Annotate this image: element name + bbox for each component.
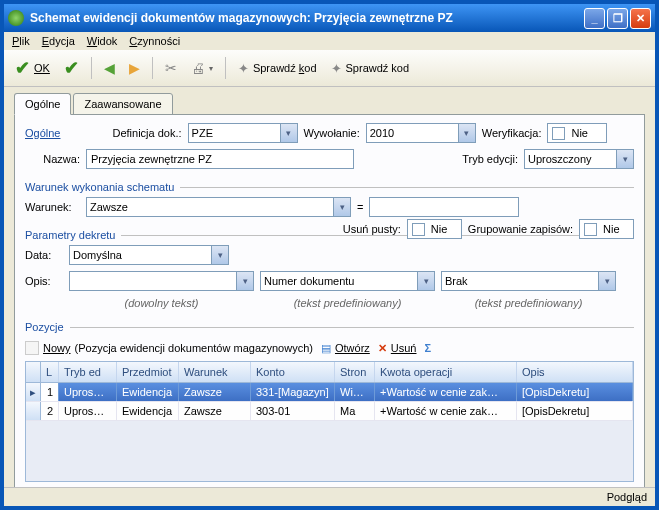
checkbox-icon xyxy=(552,127,565,140)
grid-empty-area xyxy=(26,421,633,481)
chevron-down-icon: ▾ xyxy=(333,198,350,216)
definicja-combo[interactable]: PZE▾ xyxy=(188,123,298,143)
ogolne-link[interactable]: Ogólne xyxy=(25,127,60,139)
maximize-button[interactable]: ❐ xyxy=(607,8,628,29)
opis-predef-combo[interactable]: Numer dokumentu▾ xyxy=(260,271,435,291)
eq-label: = xyxy=(357,201,363,213)
tab-ogolne[interactable]: Ogólne xyxy=(14,93,71,115)
row-marker-icon xyxy=(26,402,41,420)
chevron-down-icon: ▾ xyxy=(280,124,297,142)
chevron-down-icon: ▾ xyxy=(616,150,633,168)
sprawdz-kod-button-1[interactable]: ✦Sprawdź kod xyxy=(233,58,322,79)
arrow-right-icon: ▶ xyxy=(129,60,140,76)
warunek-rhs-input[interactable] xyxy=(369,197,519,217)
trybed-label: Tryb edycji: xyxy=(462,153,518,165)
col-konto[interactable]: Konto xyxy=(251,362,335,382)
toolbar: ✔OK ✔ ◀ ▶ ✂ 🖨▾ ✦Sprawdź kod ✦Sprawdź kod xyxy=(4,50,655,87)
col-stron[interactable]: Stron xyxy=(335,362,375,382)
nazwa-label: Nazwa: xyxy=(25,153,80,165)
otworz-button[interactable]: ▤Otwórz xyxy=(321,342,370,355)
col-war[interactable]: Warunek xyxy=(179,362,251,382)
menubar: Plik Edycja Widok Czynności xyxy=(4,32,655,50)
wywolanie-combo[interactable]: 2010▾ xyxy=(366,123,476,143)
menu-widok[interactable]: Widok xyxy=(87,35,118,47)
open-icon: ▤ xyxy=(321,342,331,355)
chevron-down-icon: ▾ xyxy=(458,124,475,142)
chevron-down-icon: ▾ xyxy=(209,64,213,73)
wand-icon: ✦ xyxy=(331,61,342,76)
usun-button[interactable]: ✕Usuń xyxy=(378,342,417,355)
status-podglad[interactable]: Podgląd xyxy=(607,491,647,503)
usun-check[interactable]: Nie xyxy=(407,219,462,239)
menu-czynnosci[interactable]: Czynności xyxy=(129,35,180,47)
wywolanie-label: Wywołanie: xyxy=(304,127,360,139)
wand-icon: ✦ xyxy=(238,61,249,76)
grup-label: Grupowanie zapisów: xyxy=(468,223,573,235)
chevron-down-icon: ▾ xyxy=(598,272,615,290)
check-icon: ✔ xyxy=(64,57,79,79)
confirm-button[interactable]: ✔ xyxy=(59,54,84,82)
sigma-icon: Σ xyxy=(425,342,432,354)
data-combo[interactable]: Domyślna▾ xyxy=(69,245,229,265)
checkbox-icon xyxy=(584,223,597,236)
titlebar: Schemat ewidencji dokumentów magazynowyc… xyxy=(4,4,655,32)
new-icon xyxy=(25,341,39,355)
hint-free: (dowolny tekst) xyxy=(69,297,254,309)
opis-label: Opis: xyxy=(25,275,63,287)
opis-brak-combo[interactable]: Brak▾ xyxy=(441,271,616,291)
window-title: Schemat ewidencji dokumentów magazynowyc… xyxy=(30,11,584,25)
minimize-button[interactable]: _ xyxy=(584,8,605,29)
col-kwota[interactable]: Kwota operacji xyxy=(375,362,517,382)
nazwa-input[interactable]: Przyjęcia zewnętrzne PZ xyxy=(86,149,354,169)
pozycje-grid: L Tryb ed Przedmiot Warunek Konto Stron … xyxy=(25,361,634,482)
nav-back-button[interactable]: ◀ xyxy=(99,57,120,79)
checkbox-icon xyxy=(412,223,425,236)
menu-edycja[interactable]: Edycja xyxy=(42,35,75,47)
sprawdz-kod-button-2[interactable]: ✦Sprawdź kod xyxy=(326,58,415,79)
tools-button[interactable]: ✂ xyxy=(160,57,182,79)
hint-predef-1: (tekst predefiniowany) xyxy=(260,297,435,309)
opis-free-combo[interactable]: ▾ xyxy=(69,271,254,291)
chevron-down-icon: ▾ xyxy=(417,272,434,290)
chevron-down-icon: ▾ xyxy=(211,246,228,264)
delete-icon: ✕ xyxy=(378,342,387,355)
check-icon: ✔ xyxy=(15,57,30,79)
app-icon xyxy=(8,10,24,26)
trybed-combo[interactable]: Uproszczony▾ xyxy=(524,149,634,169)
print-button[interactable]: 🖨▾ xyxy=(186,57,218,79)
col-tryb[interactable]: Tryb ed xyxy=(59,362,117,382)
nav-forward-button[interactable]: ▶ xyxy=(124,57,145,79)
tab-zaawansowane[interactable]: Zaawansowane xyxy=(73,93,172,115)
close-button[interactable]: ✕ xyxy=(630,8,651,29)
menu-plik[interactable]: Plik xyxy=(12,35,30,47)
table-row[interactable]: ▸ 1 Upros… Ewidencja Zawsze 331-[Magazyn… xyxy=(26,383,633,402)
warunek-section-header: Warunek wykonania schematu xyxy=(25,181,634,193)
warunek-label: Warunek: xyxy=(25,201,80,213)
nowy-button[interactable]: Nowy (Pozycja ewidencji dokumentów magaz… xyxy=(25,341,313,355)
weryfikacja-label: Weryfikacja: xyxy=(482,127,542,139)
grid-header: L Tryb ed Przedmiot Warunek Konto Stron … xyxy=(26,362,633,383)
pozycje-section-header: Pozycje xyxy=(25,321,634,333)
ok-button[interactable]: ✔OK xyxy=(10,54,55,82)
weryfikacja-check[interactable]: Nie xyxy=(547,123,607,143)
usun-label: Usuń pusty: xyxy=(343,223,401,235)
col-l[interactable]: L xyxy=(41,362,59,382)
col-przed[interactable]: Przedmiot xyxy=(117,362,179,382)
chevron-down-icon: ▾ xyxy=(236,272,253,290)
sum-button[interactable]: Σ xyxy=(425,342,432,354)
statusbar: Podgląd xyxy=(4,487,655,506)
tools-icon: ✂ xyxy=(165,60,177,76)
arrow-left-icon: ◀ xyxy=(104,60,115,76)
grup-check[interactable]: Nie xyxy=(579,219,634,239)
row-marker-icon: ▸ xyxy=(26,383,41,401)
hint-predef-2: (tekst predefiniowany) xyxy=(441,297,616,309)
printer-icon: 🖨 xyxy=(191,60,205,76)
data-label: Data: xyxy=(25,249,63,261)
table-row[interactable]: 2 Upros… Ewidencja Zawsze 303-01 Ma +War… xyxy=(26,402,633,421)
definicja-label: Definicja dok.: xyxy=(112,127,181,139)
warunek-combo[interactable]: Zawsze▾ xyxy=(86,197,351,217)
col-opis[interactable]: Opis xyxy=(517,362,633,382)
